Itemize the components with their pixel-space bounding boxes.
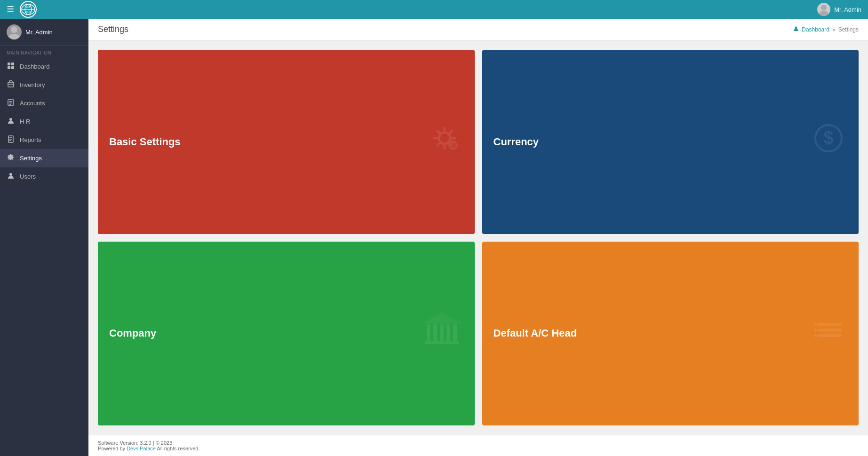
inventory-icon [7, 80, 15, 89]
card-company[interactable]: Company [98, 242, 475, 426]
sidebar-item-hr[interactable]: H R [0, 112, 88, 131]
svg-rect-31 [427, 324, 430, 341]
svg-point-40 [814, 323, 817, 326]
users-icon [7, 172, 15, 181]
currency-icon: $ [810, 119, 847, 164]
cards-grid: Basic Settings Currency $ [88, 40, 868, 435]
footer-powered-text: Powered by [98, 446, 127, 451]
sidebar-item-label: Users [20, 173, 36, 180]
sidebar-item-settings[interactable]: Settings [0, 149, 88, 167]
sidebar-item-users[interactable]: Users [0, 167, 88, 186]
sidebar-item-label: H R [20, 118, 30, 125]
footer-powered: Powered by Devs Palace All rights reserv… [98, 446, 859, 451]
sidebar-item-reports[interactable]: Reports [0, 131, 88, 149]
card-default-ac-head[interactable]: Default A/C Head [482, 242, 859, 426]
main-content: Settings Dashboard » Settings Basic Sett… [88, 19, 868, 456]
card-label-currency: Currency [494, 136, 539, 148]
list-icon [810, 311, 847, 356]
svg-marker-30 [423, 314, 461, 323]
svg-rect-35 [453, 324, 457, 341]
hr-icon [7, 117, 15, 126]
svg-point-41 [814, 329, 817, 331]
breadcrumb: Dashboard » Settings [793, 26, 859, 33]
footer: Software Version: 3.2.0 | © 2023 Powered… [88, 435, 868, 456]
breadcrumb-home[interactable]: Dashboard [802, 26, 829, 33]
svg-point-25 [795, 27, 797, 29]
bank-icon [421, 311, 463, 356]
logo-circle: ERP ONLINE [20, 1, 37, 18]
svg-text:$: $ [823, 128, 833, 148]
gear-icon [426, 119, 463, 164]
dashboard-icon [7, 62, 15, 71]
card-label-company: Company [109, 327, 156, 339]
svg-text:ERP: ERP [26, 5, 31, 8]
top-navbar: ☰ ERP ONLINE Mr. Admin [0, 0, 868, 19]
footer-rights: All rights reserved. [156, 446, 200, 451]
svg-rect-36 [425, 341, 459, 344]
card-label-basic-settings: Basic Settings [109, 136, 181, 148]
svg-point-5 [821, 5, 827, 10]
svg-rect-32 [433, 324, 437, 341]
svg-point-19 [9, 118, 12, 121]
sidebar-section-label: MAIN NAVIGATION [0, 46, 88, 57]
sidebar-item-label: Inventory [20, 81, 45, 88]
page-title: Settings [98, 24, 128, 34]
sidebar-user: Mr. Admin [0, 19, 88, 46]
card-basic-settings[interactable]: Basic Settings [98, 50, 475, 234]
svg-point-24 [9, 173, 12, 176]
breadcrumb-separator: » [832, 26, 836, 33]
footer-version: Software Version: 3.2.0 | © 2023 [98, 440, 859, 446]
navbar-right: Mr. Admin [817, 3, 861, 16]
logo: ERP ONLINE [20, 1, 37, 18]
sidebar-item-inventory[interactable]: Inventory [0, 76, 88, 94]
logo-svg: ERP ONLINE [21, 3, 36, 16]
sidebar-item-accounts[interactable]: Accounts [0, 94, 88, 112]
settings-icon [7, 154, 15, 163]
svg-text:ONLINE: ONLINE [25, 11, 32, 13]
reports-icon [7, 135, 15, 144]
sidebar-item-label: Settings [20, 155, 42, 162]
svg-rect-9 [8, 63, 10, 65]
hamburger-icon[interactable]: ☰ [7, 4, 14, 15]
svg-point-6 [819, 11, 828, 16]
sidebar-item-label: Reports [20, 136, 41, 143]
svg-rect-11 [8, 66, 10, 69]
svg-rect-10 [11, 63, 14, 65]
breadcrumb-icon [793, 26, 799, 33]
navbar-left: ☰ ERP ONLINE [7, 1, 37, 18]
breadcrumb-current: Settings [838, 26, 859, 33]
sidebar-avatar [7, 24, 22, 39]
svg-point-7 [11, 26, 17, 33]
top-admin-label: Mr. Admin [834, 6, 861, 13]
footer-company-link[interactable]: Devs Palace [127, 446, 156, 451]
svg-rect-34 [446, 324, 450, 341]
svg-point-8 [8, 34, 20, 39]
sidebar-username: Mr. Admin [25, 29, 53, 36]
svg-rect-13 [8, 82, 14, 87]
sidebar-item-dashboard[interactable]: Dashboard [0, 57, 88, 76]
sidebar-item-label: Dashboard [20, 63, 50, 70]
card-label-default-ac: Default A/C Head [494, 327, 577, 339]
svg-rect-12 [11, 66, 14, 69]
svg-point-42 [814, 334, 817, 337]
accounts-icon [7, 99, 15, 108]
svg-rect-33 [440, 324, 444, 341]
page-header: Settings Dashboard » Settings [88, 19, 868, 40]
app-body: Mr. Admin MAIN NAVIGATION Dashboard Inve… [0, 19, 868, 456]
sidebar: Mr. Admin MAIN NAVIGATION Dashboard Inve… [0, 19, 88, 456]
sidebar-item-label: Accounts [20, 100, 45, 107]
card-currency[interactable]: Currency $ [482, 50, 859, 234]
top-admin-avatar [817, 3, 830, 16]
